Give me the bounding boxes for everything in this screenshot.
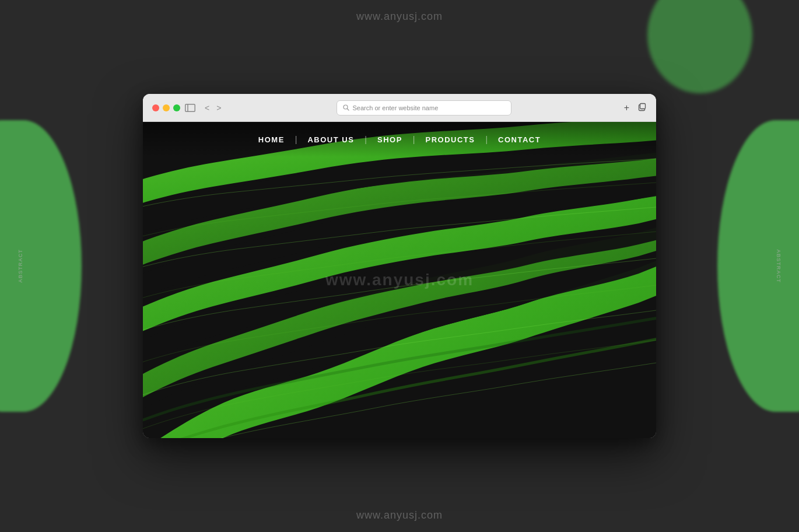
nav-link-shop[interactable]: SHOP [367, 135, 413, 144]
svg-rect-0 [185, 104, 195, 111]
address-bar-container: Search or enter website name [228, 100, 619, 116]
vertical-text-left: ABSTRACT [17, 249, 23, 283]
traffic-light-yellow[interactable] [163, 104, 170, 111]
browser-toolbar: < > Search or enter website name + [143, 94, 656, 122]
watermark-top: www.anyusj.com [356, 10, 443, 23]
wave-background-svg [143, 122, 656, 438]
watermark-bottom: www.anyusj.com [356, 509, 443, 522]
nav-item-home: HOME [248, 135, 295, 144]
toolbar-actions: + [624, 102, 647, 113]
back-button[interactable]: < [202, 102, 212, 114]
traffic-light-green[interactable] [173, 104, 180, 111]
address-bar-placeholder: Search or enter website name [353, 104, 439, 111]
svg-rect-5 [640, 104, 646, 109]
nav-item-about: ABOUT US [297, 135, 365, 144]
sidebar-toggle-icon[interactable] [185, 104, 195, 112]
add-tab-button[interactable]: + [624, 103, 629, 113]
tabs-button[interactable] [637, 102, 647, 113]
website-nav: HOME | ABOUT US | SHOP | PRODUCT [143, 122, 656, 157]
nav-link-contact[interactable]: CONTACT [488, 135, 551, 144]
svg-line-3 [347, 109, 349, 111]
vertical-text-right: ABSTRACT [776, 249, 782, 283]
nav-item-contact: CONTACT [488, 135, 551, 144]
nav-item-shop: SHOP [367, 135, 413, 144]
nav-link-about[interactable]: ABOUT US [297, 135, 365, 144]
traffic-lights [152, 104, 180, 111]
search-icon [343, 104, 349, 111]
forward-button[interactable]: > [214, 102, 223, 114]
svg-point-2 [344, 105, 348, 109]
nav-link-products[interactable]: PRODUCTS [415, 135, 485, 144]
traffic-light-red[interactable] [152, 104, 159, 111]
address-bar[interactable]: Search or enter website name [337, 100, 511, 116]
bg-shape-left [0, 120, 82, 412]
copy-tabs-icon [637, 102, 647, 111]
nav-arrows: < > [202, 102, 223, 114]
bg-shape-top-right [647, 0, 752, 93]
website-content: HOME | ABOUT US | SHOP | PRODUCT [143, 122, 656, 438]
nav-link-home[interactable]: HOME [248, 135, 295, 144]
bg-shape-right [717, 120, 799, 412]
nav-item-products: PRODUCTS [415, 135, 485, 144]
nav-menu: HOME | ABOUT US | SHOP | PRODUCT [248, 135, 551, 144]
browser-mockup: < > Search or enter website name + [143, 94, 656, 438]
